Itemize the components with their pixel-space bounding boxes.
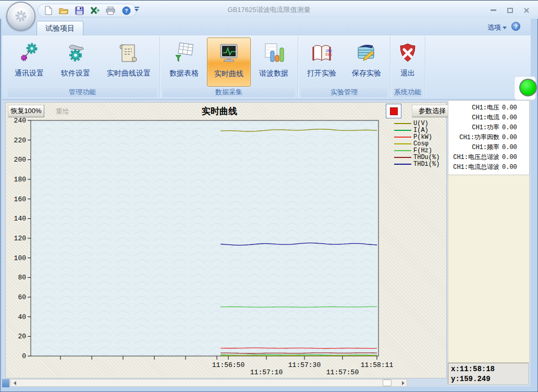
svg-text:200: 200 <box>14 156 26 164</box>
ribbon-group-label: 数据采集 <box>163 88 295 97</box>
ribbon-button-label: 实时曲线设置 <box>107 69 151 78</box>
svg-text:120: 120 <box>14 235 26 242</box>
measurement-row: CH1:电压0.00 <box>448 103 529 113</box>
status-indicator <box>519 79 537 96</box>
svg-text:20: 20 <box>18 333 26 340</box>
redraw-button[interactable]: 重绘 <box>56 107 69 116</box>
tab-experiment-items[interactable]: 试验项目 <box>36 21 83 35</box>
restore-zoom-button[interactable]: 恢复100% <box>8 105 44 117</box>
tab-strip: 试验项目 选项 ? <box>2 19 531 35</box>
stop-button[interactable] <box>386 104 401 118</box>
legend-label: I(A) <box>413 127 429 134</box>
cursor-y-value: y:159.249 <box>451 374 528 384</box>
svg-text:60: 60 <box>18 293 26 301</box>
ribbon-button-open-book[interactable]: JRUXSS打开实验 <box>299 38 344 87</box>
svg-text:11:58:11: 11:58:11 <box>361 361 394 369</box>
legend-label: THDi(%) <box>413 161 439 168</box>
svg-text:XSS: XSS <box>325 53 332 57</box>
measurement-row: CH1:功率0.00 <box>448 123 529 132</box>
legend-label: U(V) <box>413 120 429 127</box>
measurement-label: CH1:电流 <box>448 113 499 122</box>
bar-chart-icon <box>262 41 285 66</box>
ribbon-button-notebook-pencil[interactable]: 保存实验 <box>344 38 389 87</box>
ribbon-button-label: 退出 <box>400 69 415 78</box>
side-blank-panel <box>448 175 530 363</box>
realtime-chart[interactable]: 02040608010012014016018020022024011:56:5… <box>6 103 447 379</box>
app-menu-orb[interactable] <box>6 2 35 31</box>
options-menu[interactable]: 选项 <box>487 23 507 32</box>
scroll-right-button[interactable] <box>400 380 406 386</box>
svg-text:160: 160 <box>14 195 26 203</box>
measurement-row: CH1:电压总谐波0.00 <box>448 152 529 162</box>
svg-text:40: 40 <box>18 313 26 321</box>
ribbon-button-table-filter[interactable]: 数据表格 <box>161 38 207 87</box>
ribbon-button-label: 保存实验 <box>352 69 381 78</box>
scrollbar-left-stub <box>2 379 9 387</box>
ribbon-button-comm-gear[interactable]: 通讯设置 <box>6 38 52 87</box>
legend-label: THDu(%) <box>413 154 439 161</box>
svg-text:80: 80 <box>18 274 26 281</box>
ribbon-button-oscilloscope[interactable]: 实时曲线 <box>207 38 251 87</box>
ribbon-group-3: 退出系统功能 <box>390 36 425 98</box>
svg-text:11:57:30: 11:57:30 <box>288 361 321 369</box>
plot-area[interactable] <box>31 120 378 356</box>
measurement-value: 0.00 <box>502 124 517 131</box>
svg-text:11:57:50: 11:57:50 <box>326 369 359 376</box>
minimize-button[interactable] <box>489 7 497 14</box>
ribbon-group-label: 实验管理 <box>301 88 387 97</box>
help-icon[interactable]: ? <box>511 22 520 31</box>
legend-label: F(Hz) <box>413 147 432 154</box>
arrow-right-icon <box>402 381 405 385</box>
measurement-value: 0.00 <box>502 134 517 141</box>
chart-legend: U(V)I(A)P(kW)CosφF(Hz)THDu(%)THDi(%) <box>394 120 439 167</box>
legend-label: Cosφ <box>413 140 429 148</box>
svg-text:220: 220 <box>14 137 26 144</box>
measurement-row: CH1:电流总谐波0.00 <box>448 162 529 172</box>
measurement-value: 0.00 <box>502 104 517 112</box>
ribbon-button-bar-chart[interactable]: 谐波数据 <box>251 38 297 87</box>
table-filter-icon <box>173 41 195 66</box>
svg-text:11:57:10: 11:57:10 <box>250 369 283 376</box>
window-title: GB17625谐波电流限值测量 <box>0 5 538 15</box>
arrow-left-icon <box>14 381 16 385</box>
scroll-icon <box>117 41 140 66</box>
app-window: ? GB17625谐波电流限值测量 试验项目 选项 ? <box>0 0 538 392</box>
measurement-label: CH1:频率 <box>448 143 499 152</box>
ribbon-button-scroll[interactable]: 实时曲线设置 <box>99 38 158 87</box>
measurement-row: CH1:功率因数0.00 <box>448 132 529 142</box>
measurement-value: 0.00 <box>502 144 517 151</box>
close-button[interactable] <box>522 7 531 14</box>
maximize-button[interactable] <box>506 7 514 14</box>
ribbon-button-label: 谐波数据 <box>259 69 288 78</box>
legend-line-sample <box>394 143 411 144</box>
ribbon-group-label: 管理功能 <box>8 88 157 97</box>
ribbon-group-label: 系统功能 <box>393 88 422 97</box>
ribbon-button-wrench-gear[interactable]: 软件设置 <box>52 38 99 87</box>
svg-text:11:56:50: 11:56:50 <box>212 361 244 369</box>
ribbon-group-2: JRUXSS打开实验保存实验实验管理 <box>298 36 390 98</box>
parameter-select-button[interactable]: 参数选择 <box>412 105 453 117</box>
minimize-icon <box>491 9 496 11</box>
measurement-label: CH1:电压总谐波 <box>448 153 499 162</box>
svg-text:180: 180 <box>14 176 26 183</box>
options-label: 选项 <box>487 23 501 32</box>
ribbon-button-shield-x[interactable]: 退出 <box>392 38 424 87</box>
scrollbar-track[interactable] <box>10 379 407 387</box>
legend-label: P(kW) <box>413 133 432 141</box>
measurement-value: 0.00 <box>502 164 517 171</box>
title-bar: ? GB17625谐波电流限值测量 <box>0 0 538 19</box>
legend-line-sample <box>394 123 411 124</box>
maximize-icon <box>507 8 513 13</box>
legend-item: U(V) <box>394 120 439 127</box>
ribbon-button-label: 实时曲线 <box>214 69 243 79</box>
cursor-readout: x:11:58:18 y:159.249 <box>448 363 529 385</box>
ribbon-button-label: 软件设置 <box>61 69 90 78</box>
legend-item: THDi(%) <box>394 161 439 167</box>
ribbon-group-1: 数据表格实时曲线谐波数据数据采集 <box>160 36 298 98</box>
scroll-left-button[interactable] <box>11 380 18 386</box>
scrollbar-thumb[interactable] <box>383 379 392 386</box>
horizontal-scrollbar <box>2 379 447 387</box>
stop-icon <box>390 107 398 115</box>
svg-text:240: 240 <box>14 117 26 125</box>
legend-item: F(Hz) <box>394 147 439 154</box>
